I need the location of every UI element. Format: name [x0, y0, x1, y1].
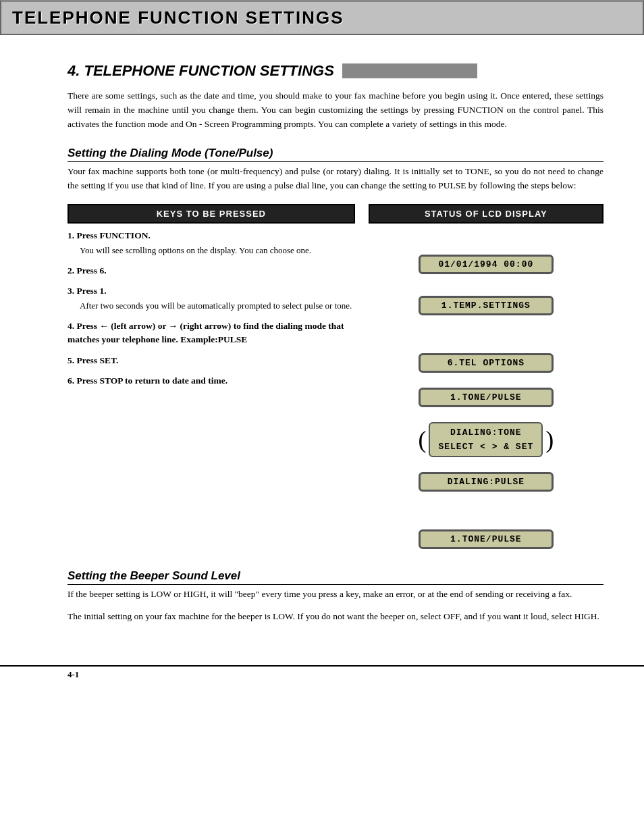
step-3-sub: After two seconds you will be automatica… — [80, 300, 355, 313]
lcd-displays: 01/01/1994 00:00 1.TEMP.SETTINGS 6.TEL O… — [418, 255, 554, 549]
step-2-num: 2. Press 6. — [68, 265, 107, 276]
page-number: 4-1 — [68, 669, 79, 679]
step-3: 3. Press 1. After two seconds you will b… — [68, 284, 355, 313]
intro-paragraph: There are some settings, such as the dat… — [68, 89, 603, 132]
subsection1-title: Setting the Dialing Mode (Tone/Pulse) — [68, 147, 603, 162]
steps-col-header: KEYS TO BE PRESSED — [68, 204, 355, 224]
page-header: TELEPHONE FUNCTION SETTINGS — [0, 0, 644, 35]
section-title: 4. TELEPHONE FUNCTION SETTINGS — [68, 62, 603, 80]
lcd-datetime: 01/01/1994 00:00 — [419, 255, 554, 274]
step-1: 1. Press FUNCTION. You will see scrollin… — [68, 229, 355, 257]
step-4: 4. Press ← (left arrow) or → (right arro… — [68, 319, 355, 347]
lcd-dialing-pulse: DIALING:PULSE — [419, 472, 554, 492]
lcd-dialing-group: DIALING:TONE SELECT < > & SET — [429, 422, 543, 457]
step-4-num: 4. Press ← (left arrow) or → (right arro… — [68, 321, 344, 344]
right-brace: ) — [545, 427, 554, 452]
lcd-tel-options: 6.TEL OPTIONS — [419, 353, 554, 373]
lcd-dialing-tone: DIALING:TONE — [445, 426, 527, 439]
step-1-num: 1. Press FUNCTION. — [68, 230, 151, 240]
lcd-tone-pulse-1: 1.TONE/PULSE — [419, 388, 554, 407]
subsection2-title: Setting the Beeper Sound Level — [68, 569, 603, 585]
display-col-header: STATUS OF LCD DISPLAY — [369, 204, 603, 224]
step-5: 5. Press SET. — [68, 354, 355, 367]
section-title-bar — [342, 63, 477, 78]
subsection1-intro: Your fax machine supports both tone (or … — [68, 165, 603, 193]
subsection2-p2: The initial setting on your fax machine … — [68, 610, 603, 624]
step-5-num: 5. Press SET. — [68, 355, 118, 365]
step-6-num: 6. Press STOP to return to date and time… — [68, 375, 227, 386]
lcd-select: SELECT < > & SET — [433, 440, 539, 453]
steps-column: KEYS TO BE PRESSED 1. Press FUNCTION. Yo… — [68, 204, 355, 549]
step-6: 6. Press STOP to return to date and time… — [68, 374, 355, 388]
step-3-num: 3. Press 1. — [68, 286, 107, 296]
section-title-text: 4. TELEPHONE FUNCTION SETTINGS — [68, 62, 334, 80]
left-brace: ( — [418, 427, 426, 452]
display-column: STATUS OF LCD DISPLAY 01/01/1994 00:00 1… — [369, 204, 603, 549]
lcd-temp-settings: 1.TEMP.SETTINGS — [419, 296, 554, 315]
main-content: 4. TELEPHONE FUNCTION SETTINGS There are… — [0, 35, 644, 645]
step-2: 2. Press 6. — [68, 264, 355, 278]
header-title: TELEPHONE FUNCTION SETTINGS — [12, 7, 344, 28]
subsection2-p1: If the beeper setting is LOW or HIGH, it… — [68, 588, 603, 602]
footer: 4-1 — [0, 665, 644, 680]
brace-group: ( DIALING:TONE SELECT < > & SET ) — [418, 422, 554, 457]
step-1-sub: You will see scrolling options on the di… — [80, 244, 355, 257]
lcd-tone-pulse-2: 1.TONE/PULSE — [419, 529, 554, 549]
steps-and-display: KEYS TO BE PRESSED 1. Press FUNCTION. Yo… — [68, 204, 603, 549]
